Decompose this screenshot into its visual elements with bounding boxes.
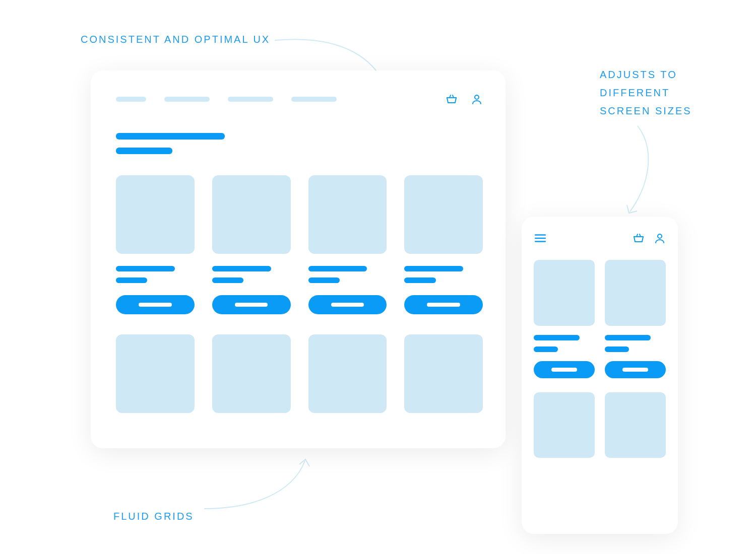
product-price — [212, 278, 243, 283]
add-button[interactable] — [308, 295, 387, 314]
svg-point-0 — [475, 95, 479, 99]
basket-icon[interactable] — [633, 232, 645, 244]
menu-icon[interactable] — [534, 232, 547, 245]
product-price — [605, 347, 629, 352]
product-image — [404, 334, 483, 413]
heading-line — [116, 133, 225, 140]
add-button[interactable] — [534, 361, 595, 378]
nav-link[interactable] — [228, 97, 273, 102]
product-image — [404, 175, 483, 254]
product-card[interactable] — [212, 175, 291, 314]
page-heading — [116, 133, 483, 154]
nav-link[interactable] — [116, 97, 146, 102]
product-card[interactable] — [404, 334, 483, 413]
product-image — [605, 260, 666, 326]
mobile-mock — [522, 217, 678, 534]
arrow-right-icon — [610, 123, 660, 219]
product-image — [605, 392, 666, 458]
svg-point-4 — [658, 234, 662, 238]
desktop-nav — [116, 93, 483, 105]
product-card[interactable] — [605, 260, 666, 378]
product-title — [212, 266, 271, 271]
product-image — [308, 175, 387, 254]
basket-icon[interactable] — [446, 93, 458, 105]
product-card[interactable] — [534, 260, 595, 378]
product-card[interactable] — [308, 334, 387, 413]
annotation-top: CONSISTENT AND OPTIMAL UX — [81, 30, 270, 48]
product-price — [116, 278, 147, 283]
product-card[interactable] — [605, 392, 666, 458]
product-price — [404, 278, 435, 283]
user-icon[interactable] — [654, 232, 666, 244]
product-card[interactable] — [116, 175, 195, 314]
add-button[interactable] — [116, 295, 195, 314]
add-button[interactable] — [212, 295, 291, 314]
annotation-right: ADJUSTS TO DIFFERENT SCREEN SIZES — [600, 65, 692, 120]
product-image — [116, 175, 195, 254]
annotation-bottom: FLUID GRIDS — [113, 507, 194, 525]
product-price — [534, 347, 558, 352]
product-title — [116, 266, 175, 271]
add-button[interactable] — [404, 295, 483, 314]
add-button[interactable] — [605, 361, 666, 378]
product-price — [308, 278, 340, 283]
product-title — [404, 266, 463, 271]
desktop-mock — [91, 71, 506, 448]
product-card[interactable] — [308, 175, 387, 314]
product-title — [308, 266, 367, 271]
product-title — [534, 335, 580, 340]
heading-line — [116, 148, 172, 154]
product-card[interactable] — [404, 175, 483, 314]
product-image — [212, 334, 291, 413]
product-grid-mobile — [534, 260, 666, 458]
product-image — [212, 175, 291, 254]
product-card[interactable] — [116, 334, 195, 413]
product-image — [534, 260, 595, 326]
product-title — [605, 335, 651, 340]
arrow-bottom-icon — [202, 453, 312, 514]
nav-link[interactable] — [291, 97, 337, 102]
product-card[interactable] — [212, 334, 291, 413]
product-image — [116, 334, 195, 413]
product-image — [534, 392, 595, 458]
nav-link[interactable] — [164, 97, 210, 102]
user-icon[interactable] — [471, 93, 483, 105]
mobile-nav — [534, 232, 666, 245]
product-card[interactable] — [534, 392, 595, 458]
product-image — [308, 334, 387, 413]
product-grid-desktop — [116, 175, 483, 413]
